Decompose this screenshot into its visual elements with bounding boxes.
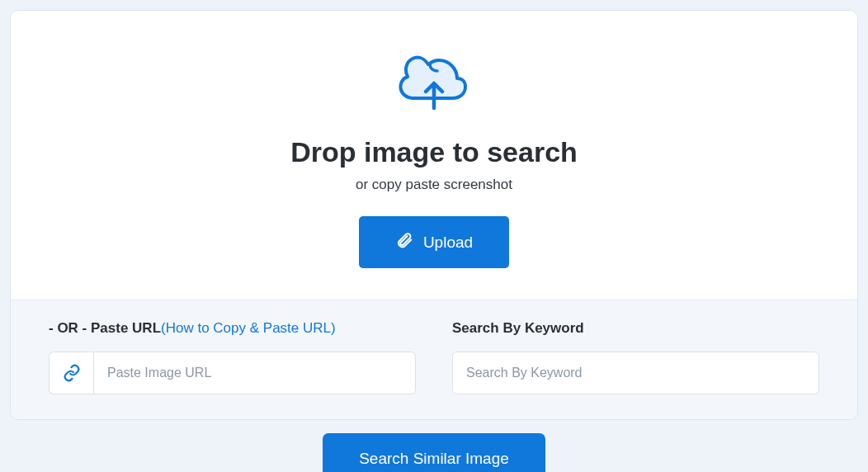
dropzone[interactable]: Drop image to search or copy paste scree… <box>11 11 857 300</box>
keyword-column: Search By Keyword <box>452 320 819 394</box>
upload-button[interactable]: Upload <box>359 216 509 268</box>
upload-card: Drop image to search or copy paste scree… <box>10 10 858 420</box>
lower-section: - OR - Paste URL(How to Copy & Paste URL… <box>11 300 857 419</box>
upload-button-label: Upload <box>423 234 473 252</box>
search-similar-image-button[interactable]: Search Similar Image <box>323 433 545 472</box>
search-button-wrapper: Search Similar Image <box>10 433 858 472</box>
url-label-row: - OR - Paste URL(How to Copy & Paste URL… <box>49 320 416 337</box>
link-icon <box>49 352 93 394</box>
dropzone-heading: Drop image to search <box>27 136 841 168</box>
help-link[interactable]: (How to Copy & Paste URL) <box>161 320 336 336</box>
cloud-upload-icon <box>394 49 474 118</box>
attachment-icon <box>395 231 413 253</box>
search-keyword-input[interactable] <box>452 352 819 394</box>
url-section-label: - OR - Paste URL <box>49 320 161 336</box>
url-input-group <box>49 352 416 394</box>
dropzone-subtext: or copy paste screenshot <box>27 177 841 193</box>
url-column: - OR - Paste URL(How to Copy & Paste URL… <box>49 320 416 394</box>
keyword-section-label: Search By Keyword <box>452 320 819 337</box>
paste-url-input[interactable] <box>93 352 416 394</box>
